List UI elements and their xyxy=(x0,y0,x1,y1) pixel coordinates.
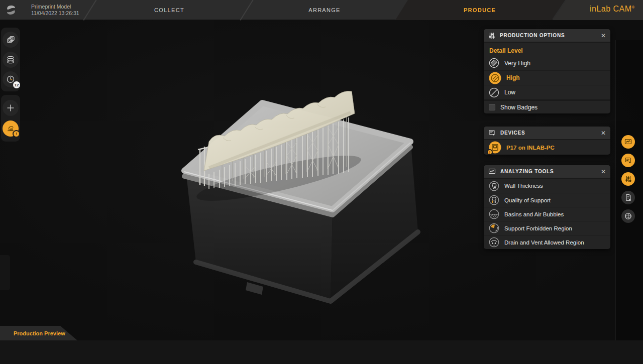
tab-collect[interactable]: COLLECT xyxy=(139,0,199,20)
device-machine-icon xyxy=(624,157,632,164)
production-options-panel: PRODUCTION OPTIONS ✕ Detail Level Very H… xyxy=(484,29,610,113)
job-alert-badge: ! xyxy=(13,130,20,138)
add-button[interactable] xyxy=(3,100,19,116)
panel-title: DEVICES xyxy=(500,130,525,136)
production-job-button[interactable]: ! xyxy=(3,120,19,137)
production-options-toggle-button[interactable] xyxy=(621,172,635,186)
printer-box-handle xyxy=(246,282,263,295)
analyzing-monitor-icon xyxy=(488,168,496,175)
project-info[interactable]: Primeprint Model 11/04/2022 13:26:31 xyxy=(31,4,79,17)
support-forbidden-region-icon xyxy=(489,223,499,233)
devices-header: DEVICES ✕ xyxy=(484,127,610,140)
tab-produce[interactable]: PRODUCE xyxy=(450,0,510,20)
close-icon[interactable]: ✕ xyxy=(601,33,606,39)
job-toolgroup: ! xyxy=(1,95,20,142)
quality-of-support-icon xyxy=(489,195,499,205)
basins-air-bubbles-icon xyxy=(489,209,499,219)
device-machine-icon xyxy=(488,129,496,137)
cube-3d-icon xyxy=(624,212,632,220)
production-report-button[interactable] xyxy=(621,191,635,204)
history-count-badge: 12 xyxy=(13,81,20,88)
project-name: Primeprint Model xyxy=(31,4,79,10)
material-layers-icon xyxy=(6,55,15,64)
drain-vent-allowed-region-icon xyxy=(489,237,499,248)
devices-toggle-button[interactable] xyxy=(621,154,635,167)
copies-stack-icon xyxy=(6,35,15,44)
analyzing-tool-support-forbidden-region[interactable]: Support Forbidden Region xyxy=(484,221,610,235)
analyzing-tools-header: ANALYZING TOOLS ✕ xyxy=(484,165,610,179)
material-layers-button[interactable] xyxy=(3,52,19,68)
wall-thickness-icon xyxy=(489,181,499,191)
copies-stack-button[interactable] xyxy=(3,32,19,48)
very-high-detail-icon xyxy=(489,58,499,68)
document-icon xyxy=(624,194,632,201)
analyzing-tool-quality-of-support[interactable]: Quality of Support xyxy=(484,193,610,207)
show-badges-checkbox[interactable] xyxy=(489,104,495,110)
dentsply-sirona-logo[interactable] xyxy=(5,4,17,16)
separator-slash xyxy=(83,0,96,21)
device-alert-badge: ! xyxy=(487,149,493,155)
device-item[interactable]: ! P17 on INLAB-PC xyxy=(484,140,610,155)
tab-arrange[interactable]: ARRANGE xyxy=(294,0,355,20)
analyzing-tools-toggle-button[interactable] xyxy=(621,135,635,149)
plus-icon xyxy=(6,103,15,112)
analyzing-monitor-icon xyxy=(624,138,632,146)
inlab-cam-window: Primeprint Model 11/04/2022 13:26:31 COL… xyxy=(0,0,643,364)
analyzing-tool-basins-air-bubbles[interactable]: Basins and Air Bubbles xyxy=(484,207,610,221)
show-badges-toggle[interactable]: Show Badges xyxy=(484,99,610,113)
history-clock-button[interactable]: 12 xyxy=(3,71,19,87)
detail-option-low[interactable]: Low xyxy=(484,85,610,99)
detail-level-label: Detail Level xyxy=(484,43,610,56)
close-icon[interactable]: ✕ xyxy=(601,130,606,136)
production-options-header: PRODUCTION OPTIONS ✕ xyxy=(484,29,610,43)
view-toolgroup: 12 xyxy=(1,28,20,91)
close-icon[interactable]: ✕ xyxy=(601,169,606,175)
left-panel-handle[interactable] xyxy=(0,255,10,290)
analyzing-tools-panel: ANALYZING TOOLS ✕ Wall Thickness Quality… xyxy=(484,165,610,249)
project-datetime: 11/04/2022 13:26:31 xyxy=(31,10,79,17)
sliders-icon xyxy=(488,32,495,39)
analyzing-tool-wall-thickness[interactable]: Wall Thickness xyxy=(484,179,610,193)
analyzing-tool-drain-vent-allowed-region[interactable]: Drain and Vent Allowed Region xyxy=(484,235,610,249)
app-title: inLab CAM® xyxy=(590,5,635,14)
devices-panel: DEVICES ✕ ! P17 on INLAB-PC xyxy=(484,127,610,155)
low-detail-icon xyxy=(489,87,499,98)
object-view-button[interactable] xyxy=(621,209,635,223)
top-bar: Primeprint Model 11/04/2022 13:26:31 COL… xyxy=(0,0,643,20)
build-platform-scene xyxy=(116,85,447,311)
panel-title: PRODUCTION OPTIONS xyxy=(500,33,565,38)
panel-title: ANALYZING TOOLS xyxy=(500,169,554,174)
detail-option-very-high[interactable]: Very High xyxy=(484,56,610,70)
separator-slash xyxy=(240,0,253,21)
high-detail-icon xyxy=(489,72,501,84)
bottom-bar: ← Start Production ! xyxy=(0,340,643,364)
detail-option-high[interactable]: High xyxy=(484,70,610,85)
sliders-icon xyxy=(625,176,632,183)
